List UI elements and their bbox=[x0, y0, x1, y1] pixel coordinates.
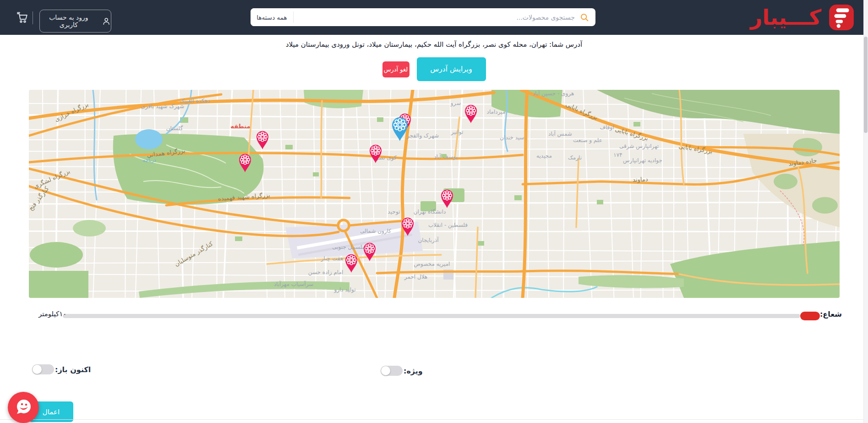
radius-slider-handle[interactable] bbox=[800, 312, 820, 320]
map-label: شهرک والفجر bbox=[406, 132, 439, 139]
map-label: فلسطین - انقلاب bbox=[428, 222, 468, 229]
map-label: تهرانپارس شرقی bbox=[619, 143, 659, 150]
map-label: دانشگاه تهران bbox=[414, 209, 446, 215]
map-label: دماوند bbox=[633, 176, 648, 183]
top-navbar: ورود به حساب کاربری همه دسته‌ها bbox=[0, 0, 868, 35]
login-label: ورود به حساب کاربری bbox=[40, 14, 98, 28]
radius-label: شعاع: bbox=[820, 310, 842, 319]
map-label: سرو bbox=[450, 100, 461, 107]
map-label: یوسف آباد bbox=[434, 153, 458, 160]
map-label: مجیدیه bbox=[536, 153, 552, 159]
search-bar: همه دسته‌ها bbox=[251, 8, 595, 26]
footer-divider bbox=[0, 419, 868, 420]
map-label: جوادیه تهرانپارس bbox=[623, 157, 662, 164]
login-button[interactable]: ورود به حساب کاربری bbox=[39, 10, 111, 33]
radius-slider-track[interactable] bbox=[63, 314, 800, 318]
map-label: ۱۷۴ bbox=[613, 152, 622, 158]
map-label: میرداماد bbox=[487, 109, 506, 115]
open-now-toggle-knob bbox=[33, 365, 42, 374]
map-label: سید خندان bbox=[500, 134, 524, 141]
cart-icon bbox=[16, 11, 29, 24]
map-label: هفت چنار bbox=[321, 255, 344, 262]
map-label: منطقه bbox=[230, 123, 250, 130]
special-toggle[interactable] bbox=[381, 366, 403, 376]
map-label: آذربایجان bbox=[418, 236, 439, 244]
categories-dropdown[interactable]: همه دسته‌ها bbox=[251, 8, 293, 26]
map-label: نارمک bbox=[568, 154, 582, 161]
search-input[interactable] bbox=[294, 14, 579, 21]
logo-text: کـــیبار bbox=[750, 3, 821, 32]
open-now-label: اکنون باز: bbox=[55, 365, 91, 374]
map-label: توحید bbox=[388, 209, 400, 215]
search-divider bbox=[293, 11, 294, 23]
user-icon bbox=[102, 16, 111, 26]
cart-button[interactable] bbox=[16, 11, 29, 24]
map-label: هروی - حسین آباد bbox=[533, 90, 574, 97]
special-toggle-knob bbox=[381, 366, 390, 375]
scrollbar-thumb[interactable] bbox=[864, 37, 868, 133]
map-label: اوقاف bbox=[600, 124, 614, 131]
current-address-text: آدرس شما: تهران، محله کوی نصر، بزرگراه آ… bbox=[0, 40, 868, 49]
map-label: سرآسیاب مهرآباد bbox=[274, 280, 314, 288]
map-label: گلستان bbox=[166, 125, 183, 132]
special-toggle-group: ویژه: bbox=[381, 366, 423, 376]
map-label: شمس آباد bbox=[548, 130, 572, 137]
special-label: ویژه: bbox=[404, 367, 423, 375]
address-actions: ویرایش آدرس لغو آدرس bbox=[0, 57, 868, 82]
page: ورود به حساب کاربری همه دسته‌ها bbox=[0, 0, 868, 423]
logo[interactable]: کـــیبار bbox=[750, 3, 856, 32]
map-label: دریاچه bbox=[142, 157, 156, 163]
tehran-map[interactable]: بزرگراه خرازیبزرگراه همدانیبزرگراه لشگری… bbox=[29, 90, 840, 298]
header-divider bbox=[33, 11, 33, 24]
logo-icon bbox=[827, 3, 856, 32]
radius-value: ۱۰کیلومتر bbox=[38, 310, 66, 318]
open-now-toggle[interactable] bbox=[32, 364, 54, 374]
chat-widget-button[interactable] bbox=[8, 392, 39, 423]
cancel-address-button[interactable]: لغو آدرس bbox=[382, 61, 409, 77]
map-label: امیریه مخصوص bbox=[414, 261, 450, 268]
open-now-toggle-group: اکنون باز: bbox=[32, 364, 91, 374]
map-label: سلسبیل جنوبی bbox=[332, 244, 366, 251]
scrollbar[interactable] bbox=[863, 0, 868, 423]
map-label: علم و صنعت bbox=[573, 137, 602, 144]
map-label: توانیر bbox=[451, 129, 463, 136]
map-label: شهرک شهید باقری bbox=[141, 103, 185, 110]
map-label: کارون شمالی bbox=[360, 228, 391, 235]
chat-smiley-icon bbox=[13, 397, 33, 418]
map-label: دهکده المپیک bbox=[180, 98, 210, 104]
edit-address-button[interactable]: ویرایش آدرس bbox=[417, 57, 486, 81]
map-container: بزرگراه خرازیبزرگراه همدانیبزرگراه لشگری… bbox=[29, 90, 840, 298]
search-icon[interactable] bbox=[579, 12, 590, 22]
map-label: امام زاده حسن bbox=[308, 269, 344, 276]
map-label: تولید دارو bbox=[333, 286, 355, 293]
map-label: هلال احمر bbox=[404, 274, 427, 280]
